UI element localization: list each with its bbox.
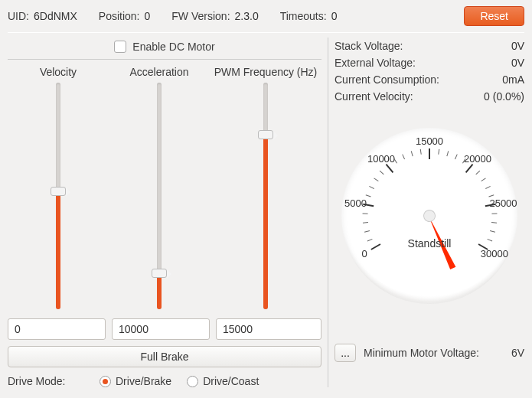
pwm-slider[interactable] <box>210 83 321 312</box>
acceleration-input[interactable] <box>112 318 210 340</box>
gauge-tick-label: 20000 <box>464 152 491 164</box>
fw-label: FW Version: <box>171 10 230 22</box>
right-panel: Stack Voltage: 0V External Voltage: 0V C… <box>328 38 524 387</box>
timeouts-value: 0 <box>331 10 338 22</box>
header-bar: UID: 6DdNMX Position: 0 FW Version: 2.3.… <box>0 0 532 31</box>
value-row <box>8 312 321 340</box>
radio-icon <box>187 376 198 387</box>
min-voltage-label: Minimum Motor Voltage: <box>364 347 479 359</box>
drive-brake-radio[interactable]: Drive/Brake <box>100 375 171 387</box>
min-voltage-options-button[interactable]: ... <box>335 344 356 362</box>
acceleration-slider-thumb[interactable] <box>152 269 167 278</box>
timeouts-label: Timeouts: <box>280 10 327 22</box>
current-consumption-label: Current Consumption: <box>335 73 439 86</box>
left-panel: Enable DC Motor Velocity Acceleration PW… <box>8 33 328 387</box>
uid-label: UID: <box>8 10 29 22</box>
current-velocity-value: 0 (0.0%) <box>484 90 524 103</box>
drive-coast-label: Drive/Coast <box>203 375 259 387</box>
current-velocity-label: Current Velocity: <box>335 90 413 103</box>
gauge-tick-label: 0 <box>362 248 367 259</box>
velocity-label: Velocity <box>8 66 109 78</box>
enable-row: Enable DC Motor <box>8 33 321 60</box>
min-voltage-row: ... Minimum Motor Voltage: 6V <box>335 304 524 362</box>
position-value: 0 <box>145 10 151 22</box>
radio-icon <box>100 376 111 387</box>
timeouts-group: Timeouts: 0 <box>280 10 338 22</box>
sliders-header: Velocity Acceleration PWM Frequency (Hz) <box>8 60 321 83</box>
current-consumption-value: 0mA <box>502 73 524 86</box>
drive-mode-label: Drive Mode: <box>8 375 84 387</box>
external-voltage-value: 0V <box>511 57 524 69</box>
velocity-slider[interactable] <box>8 83 109 312</box>
enable-label: Enable DC Motor <box>132 41 214 53</box>
pwm-slider-thumb[interactable] <box>258 130 273 139</box>
gauge-tick-label: 25000 <box>489 197 517 208</box>
stat-current-consumption: Current Consumption: 0mA <box>335 71 524 88</box>
pwm-label: PWM Frequency (Hz) <box>210 66 321 78</box>
stack-voltage-value: 0V <box>511 40 524 52</box>
sliders-area <box>8 83 321 312</box>
drive-mode-row: Drive Mode: Drive/Brake Drive/Coast <box>8 367 321 387</box>
gauge-tick-label: 15000 <box>416 135 443 147</box>
gauge-tick-label: 30000 <box>481 248 508 259</box>
uid-value: 6DdNMX <box>34 10 77 22</box>
full-brake-button[interactable]: Full Brake <box>8 346 321 367</box>
fw-value: 2.3.0 <box>235 10 259 22</box>
stat-current-velocity: Current Velocity: 0 (0.0%) <box>335 88 524 105</box>
enable-checkbox[interactable] <box>114 41 126 53</box>
acceleration-slider[interactable] <box>109 83 210 312</box>
position-label: Position: <box>99 10 140 22</box>
stat-stack-voltage: Stack Voltage: 0V <box>335 38 524 54</box>
fw-group: FW Version: 2.3.0 <box>171 10 258 22</box>
uid-group: UID: 6DdNMX <box>8 10 77 22</box>
acceleration-label: Acceleration <box>109 66 210 78</box>
drive-coast-radio[interactable]: Drive/Coast <box>187 375 259 387</box>
gauge-tick-label: 10000 <box>367 152 395 164</box>
gauge: 050001000015000200002500030000 Standstil… <box>335 105 524 304</box>
position-group: Position: 0 <box>99 10 151 22</box>
stack-voltage-label: Stack Voltage: <box>335 40 403 52</box>
pwm-input[interactable] <box>216 318 321 340</box>
external-voltage-label: External Voltage: <box>335 57 416 69</box>
velocity-slider-thumb[interactable] <box>51 187 66 196</box>
gauge-tick-label: 5000 <box>344 197 367 208</box>
reset-button[interactable]: Reset <box>464 6 524 26</box>
drive-brake-label: Drive/Brake <box>116 375 171 387</box>
gauge-center-text: Standstill <box>408 237 452 250</box>
velocity-input[interactable] <box>8 318 106 340</box>
stat-external-voltage: External Voltage: 0V <box>335 54 524 71</box>
min-voltage-value: 6V <box>511 347 524 359</box>
